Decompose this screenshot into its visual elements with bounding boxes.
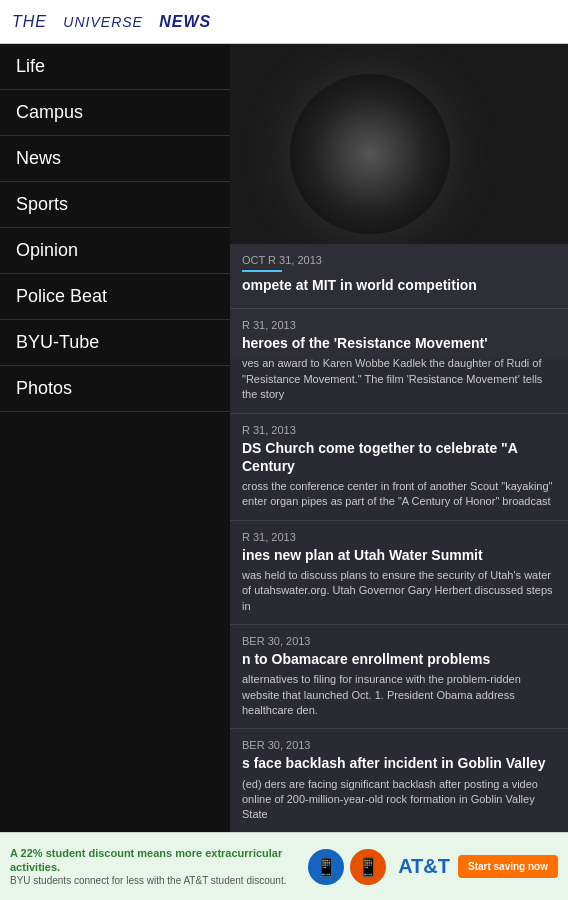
news-excerpt: alternatives to filing for insurance wit…: [242, 672, 556, 718]
sidebar-item-campus[interactable]: Campus: [0, 90, 230, 136]
news-date: BER 30, 2013: [242, 739, 556, 751]
sidebar-item-news[interactable]: News: [0, 136, 230, 182]
news-title: DS Church come together to celebrate "A …: [242, 439, 556, 475]
hero-circle-decoration: [290, 74, 450, 234]
sidebar-label-opinion: Opinion: [16, 240, 78, 261]
sidebar-label-news: News: [16, 148, 61, 169]
logo-the: THE: [12, 13, 47, 30]
sidebar-label-sports: Sports: [16, 194, 68, 215]
ad-text: A 22% student discount means more extrac…: [10, 846, 300, 888]
main-content: OCT R 31, 2013ompete at MIT in world com…: [230, 44, 568, 900]
news-title: n to Obamacare enrollment problems: [242, 650, 556, 668]
news-excerpt: ves an award to Karen Wobbe Kadlek the d…: [242, 356, 556, 402]
news-excerpt: cross the conference center in front of …: [242, 479, 556, 510]
news-date: BER 30, 2013: [242, 635, 556, 647]
news-item[interactable]: R 31, 2013DS Church come together to cel…: [230, 414, 568, 521]
app-logo: THE UNIVERSE NEWS: [12, 13, 211, 31]
sidebar-item-police-beat[interactable]: Police Beat: [0, 274, 230, 320]
news-item[interactable]: R 31, 2013heroes of the 'Resistance Move…: [230, 309, 568, 413]
banner-ad[interactable]: A 22% student discount means more extrac…: [0, 832, 568, 900]
sidebar: LifeCampusNewsSportsOpinionPolice BeatBY…: [0, 44, 230, 900]
att-logo: AT&T: [398, 855, 450, 878]
header: THE UNIVERSE NEWS: [0, 0, 568, 44]
ad-icons: 📱 📱: [308, 849, 386, 885]
news-excerpt: was held to discuss plans to ensure the …: [242, 568, 556, 614]
news-date: R 31, 2013: [242, 319, 556, 331]
news-date: R 31, 2013: [242, 531, 556, 543]
news-date: OCT R 31, 2013: [242, 254, 556, 266]
news-excerpt: (ed) ders are facing significant backlas…: [242, 777, 556, 823]
sidebar-label-life: Life: [16, 56, 45, 77]
news-title: s face backlash after incident in Goblin…: [242, 754, 556, 772]
logo-news: NEWS: [159, 13, 211, 30]
news-title: heroes of the 'Resistance Movement': [242, 334, 556, 352]
main-layout: LifeCampusNewsSportsOpinionPolice BeatBY…: [0, 44, 568, 900]
sidebar-item-opinion[interactable]: Opinion: [0, 228, 230, 274]
sidebar-label-byu-tube: BYU-Tube: [16, 332, 99, 353]
news-item[interactable]: BER 30, 2013s face backlash after incide…: [230, 729, 568, 833]
news-item[interactable]: OCT R 31, 2013ompete at MIT in world com…: [230, 244, 568, 309]
sidebar-label-police-beat: Police Beat: [16, 286, 107, 307]
news-title: ines new plan at Utah Water Summit: [242, 546, 556, 564]
ad-phone-icon-2: 📱: [350, 849, 386, 885]
ad-headline: A 22% student discount means more extrac…: [10, 846, 292, 875]
news-date: R 31, 2013: [242, 424, 556, 436]
sidebar-item-life[interactable]: Life: [0, 44, 230, 90]
sidebar-item-sports[interactable]: Sports: [0, 182, 230, 228]
news-title: ompete at MIT in world competition: [242, 276, 556, 294]
sidebar-item-byu-tube[interactable]: BYU-Tube: [0, 320, 230, 366]
ad-cta-button[interactable]: Start saving now: [458, 855, 558, 878]
news-item[interactable]: BER 30, 2013n to Obamacare enrollment pr…: [230, 625, 568, 729]
ad-phone-icon-1: 📱: [308, 849, 344, 885]
news-divider: [242, 270, 282, 272]
sidebar-label-campus: Campus: [16, 102, 83, 123]
news-item[interactable]: R 31, 2013ines new plan at Utah Water Su…: [230, 521, 568, 625]
logo-universe: UNIVERSE: [63, 14, 143, 30]
sidebar-item-photos[interactable]: Photos: [0, 366, 230, 412]
news-list[interactable]: OCT R 31, 2013ompete at MIT in world com…: [230, 244, 568, 900]
sidebar-label-photos: Photos: [16, 378, 72, 399]
ad-subtext: BYU students connect for less with the A…: [10, 874, 292, 887]
